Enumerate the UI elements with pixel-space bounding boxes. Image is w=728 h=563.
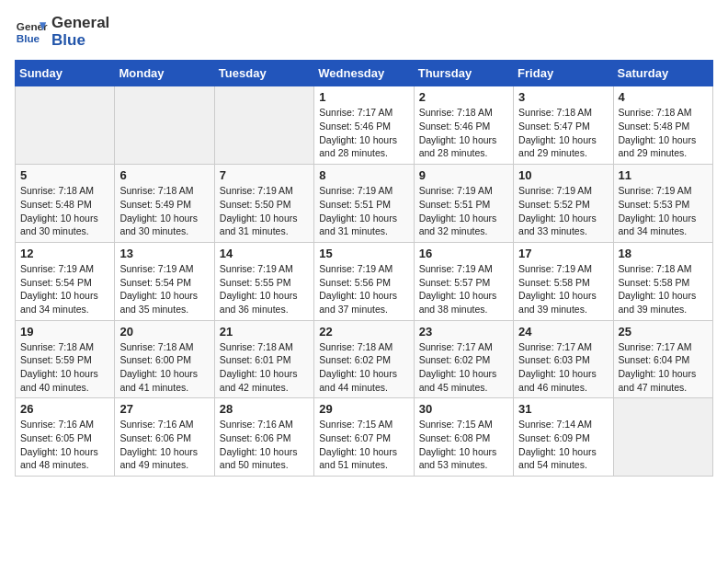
calendar-cell: 15Sunrise: 7:19 AM Sunset: 5:56 PM Dayli…: [314, 242, 414, 320]
day-number: 5: [20, 168, 109, 182]
day-info: Sunrise: 7:17 AM Sunset: 5:46 PM Dayligh…: [319, 106, 408, 160]
calendar-cell: 27Sunrise: 7:16 AM Sunset: 6:06 PM Dayli…: [115, 398, 214, 477]
calendar-cell: 17Sunrise: 7:19 AM Sunset: 5:58 PM Dayli…: [514, 242, 613, 320]
day-info: Sunrise: 7:15 AM Sunset: 6:08 PM Dayligh…: [419, 418, 508, 472]
calendar-cell: [214, 86, 313, 165]
day-number: 8: [319, 168, 408, 182]
calendar-cell: 29Sunrise: 7:15 AM Sunset: 6:07 PM Dayli…: [314, 398, 414, 477]
weekday-header-wednesday: Wednesday: [314, 61, 414, 86]
calendar-cell: 14Sunrise: 7:19 AM Sunset: 5:55 PM Dayli…: [214, 242, 313, 320]
calendar-cell: 6Sunrise: 7:18 AM Sunset: 5:49 PM Daylig…: [115, 165, 214, 243]
weekday-header-monday: Monday: [115, 61, 214, 86]
day-info: Sunrise: 7:19 AM Sunset: 5:54 PM Dayligh…: [20, 262, 109, 316]
day-number: 4: [619, 90, 708, 104]
day-number: 3: [518, 90, 608, 104]
calendar-header-row: SundayMondayTuesdayWednesdayThursdayFrid…: [16, 61, 713, 86]
day-info: Sunrise: 7:16 AM Sunset: 6:06 PM Dayligh…: [220, 418, 309, 472]
weekday-header-tuesday: Tuesday: [214, 61, 313, 86]
day-info: Sunrise: 7:18 AM Sunset: 5:48 PM Dayligh…: [619, 106, 708, 160]
calendar-cell: 22Sunrise: 7:18 AM Sunset: 6:02 PM Dayli…: [314, 320, 414, 398]
calendar-cell: 21Sunrise: 7:18 AM Sunset: 6:01 PM Dayli…: [214, 320, 313, 398]
calendar-cell: 20Sunrise: 7:18 AM Sunset: 6:00 PM Dayli…: [115, 320, 214, 398]
day-number: 14: [220, 247, 309, 260]
day-info: Sunrise: 7:18 AM Sunset: 5:59 PM Dayligh…: [20, 340, 109, 395]
calendar-table: SundayMondayTuesdayWednesdayThursdayFrid…: [15, 60, 713, 477]
logo-icon: General Blue: [15, 16, 48, 49]
day-info: Sunrise: 7:19 AM Sunset: 5:52 PM Dayligh…: [518, 184, 608, 238]
day-info: Sunrise: 7:17 AM Sunset: 6:03 PM Dayligh…: [518, 340, 608, 395]
day-number: 23: [419, 325, 508, 339]
calendar-cell: 4Sunrise: 7:18 AM Sunset: 5:48 PM Daylig…: [613, 86, 712, 165]
day-number: 19: [20, 325, 109, 339]
day-number: 9: [419, 168, 508, 182]
calendar-cell: 12Sunrise: 7:19 AM Sunset: 5:54 PM Dayli…: [16, 242, 115, 320]
day-info: Sunrise: 7:16 AM Sunset: 6:05 PM Dayligh…: [20, 418, 109, 472]
calendar-week-row: 5Sunrise: 7:18 AM Sunset: 5:48 PM Daylig…: [16, 165, 713, 243]
day-number: 24: [518, 325, 608, 339]
weekday-header-saturday: Saturday: [613, 61, 712, 86]
calendar-cell: 9Sunrise: 7:19 AM Sunset: 5:51 PM Daylig…: [414, 165, 513, 243]
calendar-cell: 11Sunrise: 7:19 AM Sunset: 5:53 PM Dayli…: [613, 165, 712, 243]
calendar-cell: 19Sunrise: 7:18 AM Sunset: 5:59 PM Dayli…: [16, 320, 115, 398]
calendar-cell: 10Sunrise: 7:19 AM Sunset: 5:52 PM Dayli…: [514, 165, 613, 243]
day-info: Sunrise: 7:19 AM Sunset: 5:53 PM Dayligh…: [619, 184, 708, 238]
day-info: Sunrise: 7:18 AM Sunset: 6:02 PM Dayligh…: [319, 340, 408, 395]
day-number: 22: [319, 325, 408, 339]
day-number: 2: [419, 90, 508, 104]
day-info: Sunrise: 7:19 AM Sunset: 5:51 PM Dayligh…: [419, 184, 508, 238]
calendar-cell: 16Sunrise: 7:19 AM Sunset: 5:57 PM Dayli…: [414, 242, 513, 320]
day-number: 28: [220, 402, 309, 416]
day-info: Sunrise: 7:19 AM Sunset: 5:55 PM Dayligh…: [220, 262, 309, 316]
calendar-cell: [115, 86, 214, 165]
logo-general: General: [51, 15, 109, 32]
day-number: 20: [119, 325, 209, 339]
calendar-cell: 7Sunrise: 7:19 AM Sunset: 5:50 PM Daylig…: [214, 165, 313, 243]
logo-blue: Blue: [51, 32, 109, 50]
calendar-cell: [16, 86, 115, 165]
day-number: 7: [220, 168, 309, 182]
day-number: 11: [619, 168, 708, 182]
day-info: Sunrise: 7:14 AM Sunset: 6:09 PM Dayligh…: [518, 418, 608, 472]
weekday-header-friday: Friday: [514, 61, 613, 86]
day-number: 13: [119, 247, 209, 260]
day-info: Sunrise: 7:18 AM Sunset: 5:46 PM Dayligh…: [419, 106, 508, 160]
calendar-cell: 31Sunrise: 7:14 AM Sunset: 6:09 PM Dayli…: [514, 398, 613, 477]
calendar-cell: 30Sunrise: 7:15 AM Sunset: 6:08 PM Dayli…: [414, 398, 513, 477]
day-info: Sunrise: 7:18 AM Sunset: 6:00 PM Dayligh…: [119, 340, 209, 395]
calendar-cell: 2Sunrise: 7:18 AM Sunset: 5:46 PM Daylig…: [414, 86, 513, 165]
weekday-header-thursday: Thursday: [414, 61, 513, 86]
svg-text:Blue: Blue: [17, 31, 40, 43]
calendar-cell: 13Sunrise: 7:19 AM Sunset: 5:54 PM Dayli…: [115, 242, 214, 320]
day-number: 30: [419, 402, 508, 416]
day-info: Sunrise: 7:16 AM Sunset: 6:06 PM Dayligh…: [119, 418, 209, 472]
day-info: Sunrise: 7:18 AM Sunset: 6:01 PM Dayligh…: [220, 340, 309, 395]
day-number: 31: [518, 402, 608, 416]
day-number: 16: [419, 247, 508, 260]
day-info: Sunrise: 7:17 AM Sunset: 6:04 PM Dayligh…: [619, 340, 708, 395]
day-info: Sunrise: 7:18 AM Sunset: 5:49 PM Dayligh…: [119, 184, 209, 238]
calendar-cell: [613, 398, 712, 477]
day-info: Sunrise: 7:18 AM Sunset: 5:48 PM Dayligh…: [20, 184, 109, 238]
day-info: Sunrise: 7:19 AM Sunset: 5:54 PM Dayligh…: [119, 262, 209, 316]
day-info: Sunrise: 7:17 AM Sunset: 6:02 PM Dayligh…: [419, 340, 508, 395]
day-info: Sunrise: 7:19 AM Sunset: 5:56 PM Dayligh…: [319, 262, 408, 316]
calendar-cell: 25Sunrise: 7:17 AM Sunset: 6:04 PM Dayli…: [613, 320, 712, 398]
calendar-week-row: 1Sunrise: 7:17 AM Sunset: 5:46 PM Daylig…: [16, 86, 713, 165]
day-number: 6: [119, 168, 209, 182]
day-info: Sunrise: 7:19 AM Sunset: 5:57 PM Dayligh…: [419, 262, 508, 316]
calendar-cell: 18Sunrise: 7:18 AM Sunset: 5:58 PM Dayli…: [613, 242, 712, 320]
calendar-cell: 26Sunrise: 7:16 AM Sunset: 6:05 PM Dayli…: [16, 398, 115, 477]
day-info: Sunrise: 7:18 AM Sunset: 5:58 PM Dayligh…: [619, 262, 708, 316]
day-number: 27: [119, 402, 209, 416]
day-info: Sunrise: 7:18 AM Sunset: 5:47 PM Dayligh…: [518, 106, 608, 160]
day-number: 15: [319, 247, 408, 260]
day-number: 18: [619, 247, 708, 260]
page-header: General Blue General Blue: [15, 15, 713, 49]
calendar-week-row: 12Sunrise: 7:19 AM Sunset: 5:54 PM Dayli…: [16, 242, 713, 320]
day-number: 21: [220, 325, 309, 339]
day-info: Sunrise: 7:19 AM Sunset: 5:50 PM Dayligh…: [220, 184, 309, 238]
calendar-cell: 3Sunrise: 7:18 AM Sunset: 5:47 PM Daylig…: [514, 86, 613, 165]
day-number: 29: [319, 402, 408, 416]
calendar-week-row: 19Sunrise: 7:18 AM Sunset: 5:59 PM Dayli…: [16, 320, 713, 398]
weekday-header-sunday: Sunday: [16, 61, 115, 86]
